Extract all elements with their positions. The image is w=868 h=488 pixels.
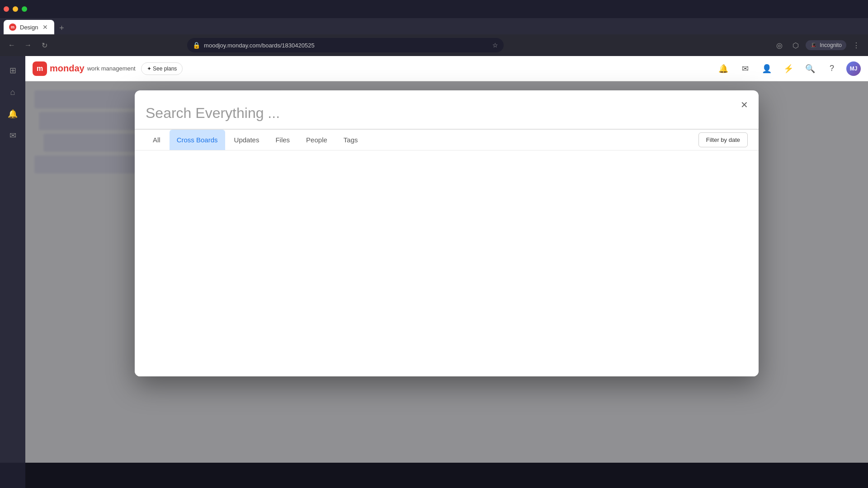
browser-titlebar (0, 0, 868, 18)
search-icon[interactable]: 🔍 (803, 61, 817, 76)
new-tab-btn[interactable]: + (55, 22, 68, 34)
incognito-btn[interactable]: 🎩 Incognito (806, 40, 846, 50)
incognito-hat-icon: 🎩 (810, 42, 817, 48)
filter-by-date-btn[interactable]: Filter by date (698, 132, 748, 147)
browser-tabs-bar: m Design ✕ + (0, 18, 868, 34)
search-input-area (135, 90, 759, 130)
refresh-btn[interactable]: ↻ (38, 39, 51, 52)
logo-text: monday (50, 63, 85, 74)
header-right: 🔔 ✉ 👤 ⚡ 🔍 ? MJ (716, 61, 861, 76)
work-management-text: work management (87, 65, 136, 72)
eye-off-icon[interactable]: ◎ (773, 39, 786, 52)
search-modal: ✕ All Cross Boards Updates Files People … (135, 90, 759, 376)
add-user-icon[interactable]: 👤 (760, 61, 774, 76)
browser-toolbar: ← → ↻ 🔒 moodjoy.monday.com/boards/183042… (0, 34, 868, 56)
browser-tab-active[interactable]: m Design ✕ (4, 20, 54, 34)
window-minimize-btn[interactable] (13, 6, 18, 12)
window-close-btn[interactable] (4, 6, 9, 12)
toolbar-right-icons: ◎ ⬡ 🎩 Incognito ⋮ (773, 39, 863, 52)
window-maximize-btn[interactable] (22, 6, 27, 12)
user-avatar[interactable]: MJ (846, 61, 861, 76)
search-tabs-row: All Cross Boards Updates Files People Ta… (135, 130, 759, 150)
bell-icon[interactable]: 🔔 (716, 61, 731, 76)
forward-btn[interactable]: → (22, 39, 34, 52)
tab-all[interactable]: All (146, 130, 168, 150)
incognito-label: Incognito (820, 42, 842, 48)
search-results-body (135, 150, 759, 376)
app-logo: m monday work management (33, 61, 136, 76)
tab-close-btn[interactable]: ✕ (42, 23, 49, 32)
more-options-icon[interactable]: ⋮ (850, 39, 863, 52)
tab-favicon: m (9, 23, 16, 31)
lock-icon: 🔒 (193, 42, 200, 49)
tab-updates[interactable]: Updates (227, 130, 267, 150)
tab-files[interactable]: Files (268, 130, 297, 150)
star-icon[interactable]: ☆ (492, 42, 498, 49)
inbox-icon[interactable]: ✉ (738, 61, 752, 76)
search-input[interactable] (146, 101, 731, 129)
modal-overlay[interactable]: ✕ All Cross Boards Updates Files People … (25, 81, 868, 488)
sidebar: ⊞ ⌂ 🔔 ✉ (0, 56, 25, 463)
browser-chrome: m Design ✕ + ← → ↻ 🔒 moodjoy.monday.com/… (0, 0, 868, 56)
profile-icon[interactable]: ⬡ (789, 39, 802, 52)
tab-tags[interactable]: Tags (336, 130, 365, 150)
sidebar-home-icon[interactable]: ⌂ (4, 83, 22, 101)
modal-close-btn[interactable]: ✕ (737, 98, 751, 112)
address-text: moodjoy.monday.com/boards/1830420525 (204, 42, 489, 49)
sidebar-bell-icon[interactable]: 🔔 (4, 105, 22, 123)
sidebar-inbox-icon[interactable]: ✉ (4, 127, 22, 145)
tab-people[interactable]: People (299, 130, 335, 150)
tab-cross-boards[interactable]: Cross Boards (170, 130, 225, 150)
content-area: ⊞ ⌂ 🔔 ✉ m monday work management ✦ See p… (0, 56, 868, 463)
help-icon[interactable]: ? (825, 61, 839, 76)
sidebar-grid-icon[interactable]: ⊞ (4, 61, 22, 80)
logo-icon: m (33, 61, 47, 76)
app-header: m monday work management ✦ See plans 🔔 ✉… (25, 56, 868, 81)
see-plans-btn[interactable]: ✦ See plans (141, 62, 183, 75)
main-panel: ✕ All Cross Boards Updates Files People … (25, 81, 868, 488)
lightning-icon[interactable]: ⚡ (781, 61, 796, 76)
back-btn[interactable]: ← (5, 39, 18, 52)
tab-title: Design (20, 24, 38, 31)
address-bar[interactable]: 🔒 moodjoy.monday.com/boards/1830420525 ☆ (187, 38, 504, 52)
